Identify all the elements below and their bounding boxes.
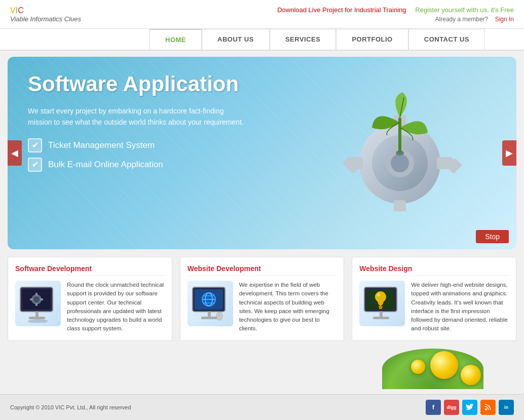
services-section: Software Development xyxy=(8,257,516,341)
svg-rect-19 xyxy=(35,303,38,306)
service-card-web-dev: Website Development xyxy=(180,257,345,341)
social-icons: f digg in xyxy=(426,400,514,415)
service-title-software: Software Development xyxy=(15,264,165,276)
nav: HOME ABOUT US SERVICES PORTFOLIO CONTACT… xyxy=(0,29,524,51)
logo-v: V xyxy=(10,6,16,15)
member-text: Already a member? xyxy=(435,16,489,23)
svg-rect-3 xyxy=(394,200,406,211)
svg-rect-23 xyxy=(29,317,45,319)
service-icon-software xyxy=(15,281,61,326)
hero-prev-button[interactable]: ◀ xyxy=(8,140,22,166)
nav-portfolio[interactable]: PORTFOLIO xyxy=(336,29,408,50)
top-right-links: Download Live Project for Industrial Tra… xyxy=(277,5,514,23)
service-title-web-dev: Website Development xyxy=(188,264,337,276)
header: VIC Viable Informatics Clues Download Li… xyxy=(0,0,524,29)
svg-point-17 xyxy=(33,296,40,302)
hero-checklist: ✔ Ticket Management System ✔ Bulk E-mail… xyxy=(28,138,281,172)
service-card-software: Software Development xyxy=(8,257,172,341)
svg-rect-21 xyxy=(40,298,43,300)
svg-point-41 xyxy=(377,293,380,296)
hero-banner: ◀ ▶ Software Application We start every … xyxy=(8,57,516,249)
nav-home[interactable]: HOME xyxy=(149,29,202,50)
check-icon-1: ✔ xyxy=(28,138,42,152)
footer: Copyright © 2010 VIC Pvt. Ltd., All righ… xyxy=(0,394,524,420)
service-body-web-design: We deliver high-end website designs, top… xyxy=(359,281,509,333)
orb-medium xyxy=(461,365,481,385)
orb-large xyxy=(430,351,458,379)
orb-small xyxy=(411,360,425,374)
hero-check-item-1: ✔ Ticket Management System xyxy=(28,138,281,152)
logo-tagline: Viable Informatics Clues xyxy=(10,15,81,23)
svg-point-11 xyxy=(391,154,409,172)
service-title-web-design: Website Design xyxy=(359,264,509,276)
hero-next-button[interactable]: ▶ xyxy=(502,140,516,166)
hero-check-label-1: Ticket Management System xyxy=(48,140,155,150)
svg-rect-39 xyxy=(379,306,383,308)
svg-point-24 xyxy=(28,319,48,323)
service-desc-software: Round the clock unmatched technical supp… xyxy=(67,281,165,333)
nav-services[interactable]: SERVICES xyxy=(270,29,336,50)
svg-point-44 xyxy=(485,408,487,410)
service-icon-web-design xyxy=(359,281,405,326)
twitter-button[interactable] xyxy=(462,400,477,415)
service-desc-web-dev: We expertise in the field of web develop… xyxy=(239,281,337,333)
stop-button[interactable]: Stop xyxy=(476,230,509,243)
facebook-button[interactable]: f xyxy=(426,400,441,415)
hero-check-item-2: ✔ Bulk E-mail Online Application xyxy=(28,158,281,172)
download-text[interactable]: Download Live Project for Industrial Tra… xyxy=(277,6,406,14)
svg-rect-43 xyxy=(373,317,389,319)
service-desc-web-design: We deliver high-end website designs, top… xyxy=(411,281,509,333)
digg-button[interactable]: digg xyxy=(444,400,459,415)
hero-image xyxy=(314,72,486,234)
nav-about[interactable]: ABOUT US xyxy=(202,29,270,50)
bottom-decoration xyxy=(0,349,524,389)
hero-content: Software Application We start every proj… xyxy=(28,72,281,177)
check-icon-2: ✔ xyxy=(28,158,42,172)
service-icon-web-dev xyxy=(188,281,233,326)
gear-plant-svg xyxy=(324,77,476,229)
hero-check-label-2: Bulk E-mail Online Application xyxy=(48,160,163,170)
logo: VIC xyxy=(10,6,81,15)
svg-rect-20 xyxy=(30,298,33,300)
hero-description: We start every project by embarking on a… xyxy=(28,105,246,128)
service-body-software: Round the clock unmatched technical supp… xyxy=(15,281,165,333)
service-card-web-design: Website Design We deliver xyxy=(352,257,516,341)
svg-rect-40 xyxy=(379,308,382,309)
logo-c: C xyxy=(18,6,24,15)
service-body-web-dev: We expertise in the field of web develop… xyxy=(188,281,337,333)
footer-copyright: Copyright © 2010 VIC Pvt. Ltd., All righ… xyxy=(10,404,131,410)
hero-title: Software Application xyxy=(28,72,281,96)
svg-rect-33 xyxy=(201,317,217,319)
nav-contact[interactable]: CONTACT US xyxy=(408,29,485,50)
signin-link[interactable]: Sign In xyxy=(495,16,514,23)
linkedin-button[interactable]: in xyxy=(499,400,514,415)
register-text[interactable]: Register yourself with us, it's Free xyxy=(415,6,514,14)
svg-rect-18 xyxy=(35,293,38,296)
svg-point-38 xyxy=(375,291,386,302)
logo-area: VIC Viable Informatics Clues xyxy=(10,6,81,23)
rss-button[interactable] xyxy=(480,400,496,415)
